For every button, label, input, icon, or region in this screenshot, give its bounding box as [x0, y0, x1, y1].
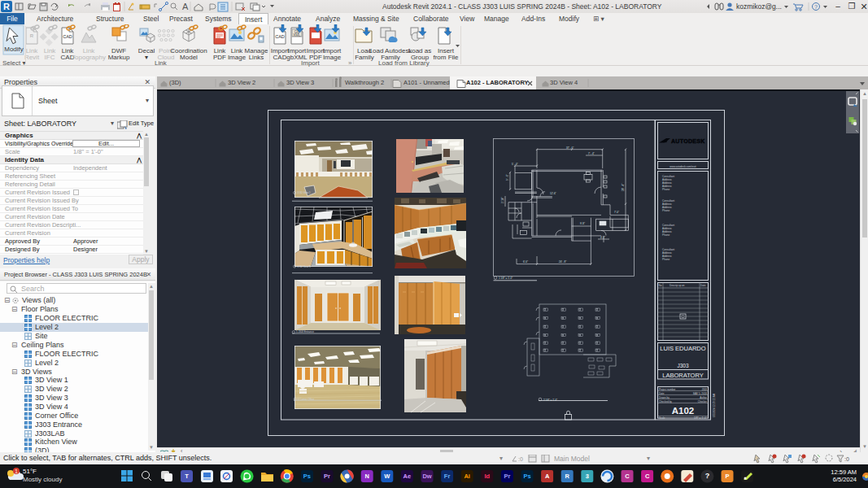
- svg-text:Scale: Scale: [659, 416, 665, 420]
- svg-text:Date: Date: [700, 284, 706, 287]
- svg-text:J303: J303: [701, 388, 707, 391]
- svg-text:Ps: Ps: [523, 473, 530, 480]
- svg-text:C: C: [625, 473, 630, 480]
- svg-text:Main Model: Main Model: [554, 455, 590, 463]
- svg-text:1/8" = 1'-0": 1/8" = 1'-0": [694, 416, 708, 420]
- svg-text:3: 3: [586, 473, 589, 480]
- svg-text:kozmikoz@g...: kozmikoz@g...: [736, 2, 782, 11]
- svg-text:AUTODESK: AUTODESK: [671, 138, 705, 144]
- svg-text:Ae: Ae: [403, 473, 412, 480]
- svg-text:A: A: [182, 2, 189, 11]
- svg-text:J303: J303: [677, 363, 688, 368]
- svg-text:Ps: Ps: [303, 473, 311, 480]
- svg-text:No.: No.: [659, 284, 663, 287]
- svg-text:4 3D View 3: 4 3D View 3: [298, 265, 311, 268]
- svg-text:R: R: [30, 33, 34, 38]
- svg-text:R: R: [3, 2, 10, 11]
- svg-text:Author: Author: [700, 396, 707, 399]
- svg-text:2'-10": 2'-10": [501, 197, 504, 203]
- svg-text:6 Corner Office: 6 Corner Office: [298, 398, 315, 401]
- svg-text:6/5/2024 12:59:12 AM: 6/5/2024 12:59:12 AM: [713, 393, 716, 417]
- svg-text:5 J303 Entrance: 5 J303 Entrance: [296, 330, 314, 333]
- svg-text:Drawn by: Drawn by: [659, 396, 670, 399]
- svg-text:Phone: Phone: [662, 188, 670, 191]
- svg-text:1: 1: [15, 468, 18, 474]
- svg-text:Date: Date: [659, 392, 665, 395]
- svg-text:Pr: Pr: [504, 473, 510, 480]
- svg-text:Descrip up on: Descrip up on: [670, 284, 685, 287]
- svg-text:7'-0": 7'-0": [614, 211, 619, 214]
- svg-text:Phone: Phone: [662, 209, 670, 212]
- svg-text:Fr: Fr: [444, 473, 451, 480]
- svg-text:N: N: [364, 473, 369, 480]
- svg-text:Dw: Dw: [422, 473, 431, 480]
- svg-text:www.autodesk.com/revit: www.autodesk.com/revit: [670, 165, 696, 168]
- svg-text:9'-8": 9'-8": [580, 222, 585, 225]
- svg-text:1 1/8" = 1'-0": 1 1/8" = 1'-0": [499, 277, 513, 280]
- svg-text:C: C: [645, 473, 650, 480]
- svg-text:Phone: Phone: [662, 233, 670, 237]
- svg-text:LABORATORY: LABORATORY: [662, 372, 703, 379]
- svg-text:P: P: [725, 473, 729, 480]
- svg-text:A: A: [545, 473, 550, 480]
- svg-text:Phone: Phone: [662, 258, 670, 261]
- svg-text:A102: A102: [672, 406, 695, 416]
- svg-text:Id: Id: [484, 473, 490, 480]
- svg-text:9' - 6": 9' - 6": [506, 174, 509, 181]
- svg-text:CAD: CAD: [275, 34, 285, 39]
- svg-text:24' - 8": 24' - 8": [559, 260, 566, 264]
- svg-text:6'-0": 6'-0": [523, 260, 528, 264]
- svg-text::0: :0: [518, 456, 523, 462]
- svg-text:?: ?: [814, 4, 818, 10]
- svg-text:W: W: [384, 473, 390, 480]
- svg-text:XML: XML: [293, 33, 301, 37]
- svg-text:R: R: [565, 473, 569, 480]
- svg-text:MAY 5, 2024: MAY 5, 2024: [693, 392, 707, 395]
- svg-text::0: :0: [844, 456, 849, 462]
- svg-text:5' - 0": 5' - 0": [512, 163, 518, 166]
- svg-text:Project number: Project number: [659, 388, 675, 391]
- svg-text:CAD: CAD: [63, 34, 72, 39]
- svg-text:Checker: Checker: [698, 400, 707, 403]
- svg-text:3 3D View 1: 3 3D View 1: [298, 191, 311, 194]
- svg-text:?: ?: [705, 472, 710, 480]
- svg-text:37' - 0": 37' - 0": [566, 146, 574, 150]
- svg-text:T: T: [185, 473, 189, 480]
- svg-text:LUIS EDUARDO: LUIS EDUARDO: [660, 345, 705, 352]
- svg-text:Checked by: Checked by: [659, 400, 672, 403]
- svg-text:Pr: Pr: [324, 473, 330, 480]
- svg-text:28' - 4": 28' - 4": [622, 184, 625, 191]
- svg-text:Ai: Ai: [464, 473, 470, 480]
- svg-text:7' - 4": 7' - 4": [588, 152, 595, 155]
- svg-text:4'-2": 4'-2": [600, 236, 605, 239]
- svg-text:12'-6": 12'-6": [550, 192, 556, 195]
